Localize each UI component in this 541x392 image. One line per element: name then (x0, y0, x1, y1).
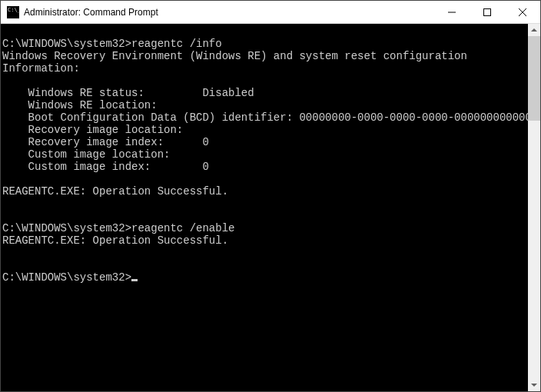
blank-line (2, 259, 528, 271)
svg-rect-1 (484, 8, 491, 15)
scroll-down-button[interactable] (528, 379, 540, 391)
chevron-down-icon (531, 384, 537, 387)
close-button[interactable] (505, 1, 540, 23)
blank-line (2, 173, 528, 185)
output-line: Information: (2, 62, 528, 75)
output-line: Windows Recovery Environment (Windows RE… (2, 50, 528, 62)
svg-marker-4 (531, 28, 537, 32)
cmd-icon (7, 6, 19, 18)
scroll-up-button[interactable] (528, 24, 540, 36)
chevron-up-icon (531, 28, 537, 32)
field-value: 00000000-0000-0000-0000-000000000000 (299, 111, 528, 124)
maximize-icon (483, 8, 491, 16)
command-text: reagentc /enable (131, 222, 234, 234)
prompt-line: C:\WINDOWS\system32>reagentc /enable (2, 222, 528, 234)
scroll-thumb[interactable] (528, 36, 540, 121)
prompt-path: C:\WINDOWS\system32> (2, 222, 131, 234)
minimize-button[interactable] (434, 1, 470, 23)
output-line: Recovery image index: 0 (2, 136, 528, 148)
field-label: Recovery image index: (2, 136, 202, 148)
command-text: reagentc /info (131, 38, 222, 50)
blank-line (2, 25, 528, 38)
output-line: REAGENTC.EXE: Operation Successful. (2, 185, 528, 198)
command-prompt-window: Administrator: Command Prompt C:\WINDOWS… (0, 0, 541, 392)
window-content: C:\WINDOWS\system32>reagentc /infoWindow… (1, 24, 540, 391)
window-controls (434, 1, 540, 23)
output-line: Recovery image location: (2, 124, 528, 136)
minimize-icon (448, 8, 456, 16)
vertical-scrollbar[interactable] (528, 24, 540, 391)
blank-line (2, 198, 528, 210)
field-value: 0 (202, 136, 208, 148)
maximize-button[interactable] (470, 1, 505, 23)
field-value: 0 (202, 161, 208, 173)
output-line: Boot Configuration Data (BCD) identifier… (2, 111, 528, 124)
svg-marker-5 (531, 384, 537, 387)
blank-line (2, 210, 528, 222)
output-line: Custom image location: (2, 148, 528, 161)
blank-line (2, 247, 528, 259)
prompt-path: C:\WINDOWS\system32> (2, 38, 131, 50)
terminal-area[interactable]: C:\WINDOWS\system32>reagentc /infoWindow… (1, 24, 528, 391)
window-title: Administrator: Command Prompt (24, 7, 434, 18)
prompt-line: C:\WINDOWS\system32>reagentc /info (2, 38, 528, 50)
output-line: Custom image index: 0 (2, 161, 528, 173)
output-line: Windows RE status: Disabled (2, 87, 528, 99)
close-icon (519, 8, 526, 16)
field-label: Windows RE status: (2, 87, 202, 99)
blank-line (2, 75, 528, 87)
prompt-line: C:\WINDOWS\system32> (2, 271, 528, 284)
prompt-path: C:\WINDOWS\system32> (2, 271, 131, 284)
cursor-icon (131, 279, 138, 281)
field-label: Custom image index: (2, 161, 202, 173)
field-label: Boot Configuration Data (BCD) identifier… (2, 111, 299, 124)
field-value: Disabled (202, 87, 254, 99)
output-line: REAGENTC.EXE: Operation Successful. (2, 234, 528, 247)
output-line: Windows RE location: (2, 99, 528, 111)
titlebar[interactable]: Administrator: Command Prompt (1, 1, 540, 24)
